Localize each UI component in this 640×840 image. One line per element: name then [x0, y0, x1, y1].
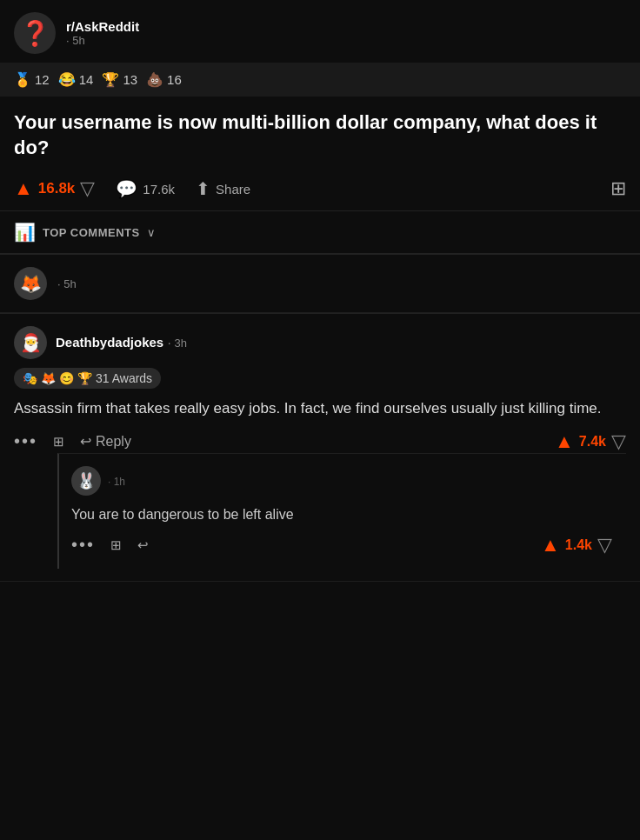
nested-reply-avatar[interactable]: 🐰: [71, 466, 101, 496]
award-badge-2: 🦊: [41, 371, 56, 385]
subreddit-avatar[interactable]: ❓: [14, 12, 56, 54]
award-item-2: 😂 14: [58, 71, 94, 88]
award-item-1: 🏅 12: [14, 71, 50, 88]
nested-upvote-icon[interactable]: ▲: [541, 534, 560, 557]
reply-button[interactable]: ↩ Reply: [80, 433, 131, 450]
post-header: ❓ r/AskReddit · 5h: [0, 0, 640, 63]
nested-reply-icon: ↩: [137, 537, 149, 553]
post-title: Your username is now multi-billion dolla…: [0, 97, 640, 167]
downvote-icon[interactable]: ▽: [80, 177, 95, 200]
nested-save-icon: ⊞: [110, 537, 122, 553]
comment-text: Assassin firm that takes really easy job…: [14, 397, 626, 420]
upvote-icon[interactable]: ▲: [14, 177, 33, 200]
nested-reply-text: You are to dangerous to be left alive: [71, 504, 612, 525]
nested-upvote-count: 1.4k: [565, 537, 592, 553]
post-time: · 5h: [66, 34, 139, 47]
nested-more-options-button[interactable]: •••: [71, 535, 95, 555]
award-count-4: 16: [167, 72, 182, 87]
nested-reply-button[interactable]: ↩: [137, 537, 149, 553]
award-item-4: 💩 16: [146, 71, 182, 88]
nested-reply-time: 1h: [114, 476, 125, 488]
top-comments-bar[interactable]: 📊 TOP COMMENTS ∨: [0, 211, 640, 254]
share-icon: ⬆: [196, 178, 210, 199]
comment-user-info: Deathbydadjokes · 3h: [56, 335, 187, 350]
award-emoji-2: 😂: [58, 71, 76, 88]
subreddit-name[interactable]: r/AskReddit: [66, 19, 139, 34]
award-emoji-1: 🏅: [14, 71, 31, 88]
save-comment-icon: ⊞: [53, 434, 64, 450]
comments-count: 17.6k: [143, 182, 175, 197]
post-meta: r/AskReddit · 5h: [66, 19, 139, 47]
award-badge-1: 🎭: [23, 371, 37, 385]
share-label: Share: [216, 182, 250, 197]
comment-upvote-icon[interactable]: ▲: [555, 430, 574, 453]
award-emoji-3: 🏆: [102, 71, 119, 88]
award-count-3: 13: [123, 72, 137, 87]
post-actions: ▲ 16.8k ▽ 💬 17.6k ⬆ Share ⊞: [0, 167, 640, 211]
award-badge-4: 🏆: [77, 371, 92, 385]
first-comment-avatar[interactable]: 🦊: [14, 267, 47, 300]
comment-upvote-count: 7.4k: [579, 434, 606, 450]
award-count-2: 14: [79, 72, 94, 87]
nested-save-button[interactable]: ⊞: [110, 537, 122, 553]
awards-count-label: 31 Awards: [96, 371, 152, 385]
nested-reply-user-info: · 1h: [108, 473, 125, 489]
share-button[interactable]: ⬆ Share: [196, 178, 250, 199]
award-badge-3: 😊: [59, 371, 74, 385]
comment-time: 3h: [174, 337, 186, 350]
top-comments-label: TOP COMMENTS: [43, 226, 140, 239]
chevron-down-icon: ∨: [147, 226, 156, 239]
first-comment-time: · 5h: [57, 277, 77, 290]
comment-downvote-icon[interactable]: ▽: [611, 430, 626, 453]
comments-button[interactable]: 💬 17.6k: [116, 178, 175, 199]
save-icon: ⊞: [610, 177, 626, 199]
nested-reply-actions: ••• ⊞ ↩ ▲ 1.4k ▽: [71, 534, 612, 557]
award-emoji-4: 💩: [146, 71, 163, 88]
nested-reply: 🐰 · 1h You are to dangerous to be left a…: [57, 453, 626, 569]
comment-awards: 🎭 🦊 😊 🏆 31 Awards: [14, 368, 161, 389]
main-comment-block: 🎅 Deathbydadjokes · 3h 🎭 🦊 😊 🏆 31 Awards…: [0, 314, 640, 582]
save-comment-button[interactable]: ⊞: [53, 434, 64, 450]
comment-header: 🎅 Deathbydadjokes · 3h: [14, 326, 626, 359]
comment-actions: ••• ⊞ ↩ Reply ▲ 7.4k ▽: [14, 430, 626, 453]
reply-label: Reply: [96, 434, 131, 450]
first-comment: 🦊 · 5h: [0, 255, 640, 313]
comment-avatar[interactable]: 🎅: [14, 326, 47, 359]
nested-reply-header: 🐰 · 1h: [71, 466, 612, 496]
comments-icon: 💬: [116, 178, 137, 199]
upvote-count: 16.8k: [38, 180, 76, 197]
award-item-3: 🏆 13: [102, 71, 137, 88]
more-options-button[interactable]: •••: [14, 431, 37, 451]
comment-username[interactable]: Deathbydadjokes: [56, 335, 163, 350]
vote-section: ▲ 16.8k ▽: [14, 177, 95, 200]
awards-bar: 🏅 12 😂 14 🏆 13 💩 16: [0, 63, 640, 97]
nested-downvote-icon[interactable]: ▽: [597, 534, 612, 557]
save-button[interactable]: ⊞: [610, 177, 626, 200]
chart-icon: 📊: [14, 222, 36, 243]
award-count-1: 12: [35, 72, 50, 87]
reply-icon: ↩: [80, 433, 91, 450]
